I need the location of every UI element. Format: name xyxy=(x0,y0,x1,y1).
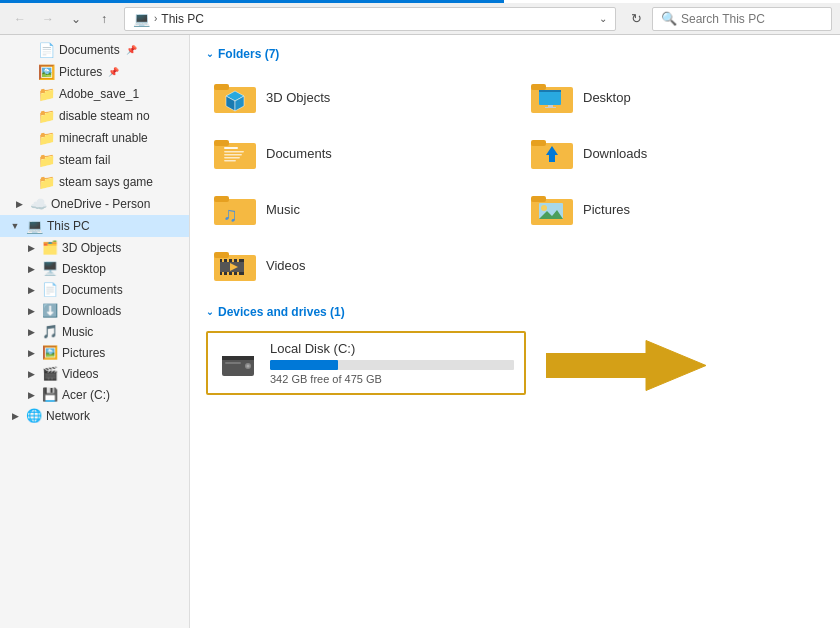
videos-icon: 🎬 xyxy=(42,366,58,381)
sidebar-item-network[interactable]: ▶ 🌐 Network xyxy=(0,405,189,426)
svg-marker-49 xyxy=(546,341,706,391)
sidebar-item-acer-c[interactable]: ▶ 💾 Acer (C:) xyxy=(0,384,189,405)
sidebar-item-desktop[interactable]: ▶ 🖥️ Desktop xyxy=(0,258,189,279)
breadcrumb-separator: › xyxy=(154,13,157,24)
svg-rect-48 xyxy=(225,362,241,364)
dropdown-button[interactable]: ⌄ xyxy=(64,7,88,31)
search-bar[interactable]: 🔍 xyxy=(652,7,832,31)
downloads-icon: ⬇️ xyxy=(42,303,58,318)
expand-arrow-icon xyxy=(20,87,34,101)
sidebar-item-music[interactable]: ▶ 🎵 Music xyxy=(0,321,189,342)
sidebar-item-3d-objects[interactable]: ▶ 🗂️ 3D Objects xyxy=(0,237,189,258)
svg-rect-31 xyxy=(214,252,229,258)
sidebar-item-label: Pictures xyxy=(62,346,105,360)
sidebar-item-minecraft[interactable]: 📁 minecraft unable xyxy=(0,127,189,149)
arrow-icon xyxy=(546,336,706,396)
drive-progress-bar xyxy=(270,360,514,370)
search-input[interactable] xyxy=(681,12,823,26)
expand-arrow-icon xyxy=(20,65,34,79)
folder-item-documents[interactable]: Documents xyxy=(206,129,507,177)
main-area: 📄 Documents 📌 🖼️ Pictures 📌 📁 Adobe_save… xyxy=(0,35,840,628)
section-chevron-icon: ⌄ xyxy=(206,307,214,317)
sidebar-item-label: Downloads xyxy=(62,304,121,318)
svg-rect-39 xyxy=(222,272,224,275)
sidebar-item-label: Adobe_save_1 xyxy=(59,87,139,101)
expand-arrow-icon xyxy=(20,175,34,189)
section-chevron-icon: ⌄ xyxy=(206,49,214,59)
sidebar-item-pictures[interactable]: ▶ 🖼️ Pictures xyxy=(0,342,189,363)
sidebar-item-label: 3D Objects xyxy=(62,241,121,255)
drive-icon: 💾 xyxy=(42,387,58,402)
sidebar-item-pictures-pinned[interactable]: 🖼️ Pictures 📌 xyxy=(0,61,189,83)
drive-progress-fill xyxy=(270,360,338,370)
sidebar-item-disable-steam[interactable]: 📁 disable steam no xyxy=(0,105,189,127)
titlebar: ← → ⌄ ↑ 💻 › This PC ⌄ ↻ 🔍 xyxy=(0,3,840,35)
sidebar-item-documents-pinned[interactable]: 📄 Documents 📌 xyxy=(0,39,189,61)
svg-rect-23 xyxy=(214,196,229,202)
sidebar-item-downloads[interactable]: ▶ ⬇️ Downloads xyxy=(0,300,189,321)
folder-item-videos[interactable]: Videos xyxy=(206,241,507,289)
3d-objects-icon: 🗂️ xyxy=(42,240,58,255)
pin-icon: 📌 xyxy=(108,67,119,77)
refresh-button[interactable]: ↻ xyxy=(624,7,648,31)
sidebar-item-onedrive[interactable]: ▶ ☁️ OneDrive - Person xyxy=(0,193,189,215)
svg-rect-10 xyxy=(548,105,553,107)
sidebar: 📄 Documents 📌 🖼️ Pictures 📌 📁 Adobe_save… xyxy=(0,35,190,628)
folder-item-pictures[interactable]: Pictures xyxy=(523,185,824,233)
sidebar-item-label: Pictures xyxy=(59,65,102,79)
sidebar-item-this-pc[interactable]: ▼ 💻 This PC xyxy=(0,215,189,237)
svg-rect-38 xyxy=(237,259,239,262)
breadcrumb-chevron-icon: ⌄ xyxy=(599,13,607,24)
sidebar-item-label: steam says game xyxy=(59,175,153,189)
arrow-container xyxy=(546,336,706,399)
svg-point-47 xyxy=(247,365,250,368)
sidebar-item-label: Network xyxy=(46,409,90,423)
documents-icon: 📄 xyxy=(42,282,58,297)
svg-point-28 xyxy=(541,205,547,211)
folder-name-music: Music xyxy=(266,202,300,217)
sidebar-item-label: Documents xyxy=(59,43,120,57)
expand-arrow-icon: ▶ xyxy=(24,262,38,276)
folder-item-desktop[interactable]: Desktop xyxy=(523,73,824,121)
folder-item-downloads[interactable]: Downloads xyxy=(523,129,824,177)
folder-name-documents: Documents xyxy=(266,146,332,161)
svg-rect-8 xyxy=(539,90,561,105)
drive-space-label: 342 GB free of 475 GB xyxy=(270,373,514,385)
expand-arrow-icon: ▶ xyxy=(24,304,38,318)
svg-rect-16 xyxy=(224,154,242,156)
svg-rect-42 xyxy=(237,272,239,275)
folder-icon: 📁 xyxy=(38,108,55,124)
sidebar-item-label: Music xyxy=(62,325,93,339)
sidebar-item-videos[interactable]: ▶ 🎬 Videos xyxy=(0,363,189,384)
expand-arrow-icon: ▶ xyxy=(24,367,38,381)
expand-arrow-icon xyxy=(20,131,34,145)
sidebar-item-steam-fail[interactable]: 📁 steam fail xyxy=(0,149,189,171)
documents-folder-icon xyxy=(214,135,256,171)
forward-button[interactable]: → xyxy=(36,7,60,31)
folder-item-music[interactable]: ♫ Music xyxy=(206,185,507,233)
folder-item-3d-objects[interactable]: 3D Objects xyxy=(206,73,507,121)
svg-rect-11 xyxy=(545,107,556,108)
disk-svg xyxy=(220,348,256,378)
sidebar-item-label: OneDrive - Person xyxy=(51,197,150,211)
sidebar-item-label: steam fail xyxy=(59,153,110,167)
sidebar-item-adobe-save[interactable]: 📁 Adobe_save_1 xyxy=(0,83,189,105)
svg-rect-12 xyxy=(214,143,256,169)
breadcrumb-bar[interactable]: 💻 › This PC ⌄ xyxy=(124,7,616,31)
back-button[interactable]: ← xyxy=(8,7,32,31)
drive-item-local-disk-c[interactable]: Local Disk (C:) 342 GB free of 475 GB xyxy=(206,331,526,395)
up-button[interactable]: ↑ xyxy=(92,7,116,31)
svg-rect-35 xyxy=(222,259,224,262)
devices-section-header[interactable]: ⌄ Devices and drives (1) xyxy=(206,305,824,319)
sidebar-item-documents[interactable]: ▶ 📄 Documents xyxy=(0,279,189,300)
folder-name-downloads: Downloads xyxy=(583,146,647,161)
devices-section: ⌄ Devices and drives (1) xyxy=(206,305,824,403)
sidebar-item-steam-says[interactable]: 📁 steam says game xyxy=(0,171,189,193)
svg-rect-41 xyxy=(232,272,234,275)
svg-rect-2 xyxy=(214,84,229,90)
expand-arrow-icon: ▶ xyxy=(24,346,38,360)
expand-arrow-icon: ▶ xyxy=(24,325,38,339)
folders-section-header[interactable]: ⌄ Folders (7) xyxy=(206,47,824,61)
drive-container: Local Disk (C:) 342 GB free of 475 GB xyxy=(206,331,526,403)
videos-folder-icon xyxy=(214,247,256,283)
